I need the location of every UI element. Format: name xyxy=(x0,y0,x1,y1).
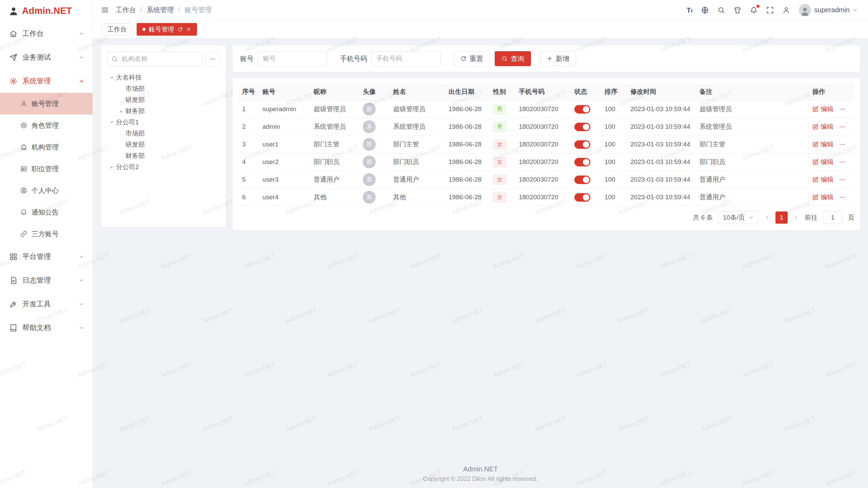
status-toggle[interactable] xyxy=(574,193,590,202)
sidebar-item-account[interactable]: 账号管理 xyxy=(0,93,93,115)
cell-nickname: 普通用户 xyxy=(310,171,359,188)
table-row: 1superadmin超级管理员超超级管理员1986-06-28男1802003… xyxy=(238,100,854,118)
tree-node[interactable]: 市场部 xyxy=(107,83,220,94)
sidebar-item-system[interactable]: 系统管理 xyxy=(0,69,93,93)
logo[interactable]: Admin.NET xyxy=(0,0,93,22)
cell-phone: 18020030720 xyxy=(515,118,570,136)
tree-node[interactable]: 财务部 xyxy=(107,150,220,161)
row-more-button[interactable] xyxy=(839,106,846,113)
edit-button[interactable]: 编辑 xyxy=(812,158,833,166)
table-row: 2admin系统管理员系系统管理员1986-06-28男180200307201… xyxy=(238,118,854,136)
tree-node[interactable]: ▾大名科技 xyxy=(107,72,220,83)
cell-phone: 18020030720 xyxy=(515,100,570,118)
menu-collapse-icon[interactable] xyxy=(101,6,109,14)
status-toggle[interactable] xyxy=(574,176,590,184)
breadcrumb-item-system[interactable]: 系统管理 xyxy=(136,5,174,15)
add-button[interactable]: 新增 xyxy=(540,51,576,66)
edit-button[interactable]: 编辑 xyxy=(812,193,833,202)
tree-node[interactable]: 研发部 xyxy=(107,94,220,105)
sidebar-item-business-test[interactable]: 业务测试 xyxy=(0,45,93,69)
sidebar-item-workbench[interactable]: 工作台 xyxy=(0,22,93,45)
user-menu[interactable]: superadmin xyxy=(799,4,858,16)
user-icon[interactable] xyxy=(783,6,790,14)
close-icon[interactable] xyxy=(186,27,191,32)
goto-page-input[interactable] xyxy=(823,211,843,224)
tab-0[interactable]: 工作台 xyxy=(102,23,133,36)
row-more-button[interactable] xyxy=(839,194,846,201)
avatar: 普 xyxy=(363,173,376,186)
font-size-icon[interactable]: Tt xyxy=(687,6,693,14)
tab-label: 工作台 xyxy=(107,25,127,34)
gender-tag: 女 xyxy=(493,192,507,202)
next-page-button[interactable] xyxy=(793,215,799,221)
link-icon xyxy=(20,230,27,237)
sidebar-item-log[interactable]: 日志管理 xyxy=(0,268,93,292)
toggle-knob xyxy=(583,124,589,130)
send-icon xyxy=(9,54,17,61)
breadcrumb: 工作台 系统管理 账号管理 xyxy=(116,5,212,15)
theme-icon[interactable] xyxy=(734,6,741,14)
row-more-button[interactable] xyxy=(839,159,846,165)
sidebar-item-role[interactable]: 角色管理 xyxy=(0,115,93,136)
tree-node[interactable]: ▸财务部 xyxy=(107,105,220,117)
edit-button[interactable]: 编辑 xyxy=(812,122,833,131)
cell-gender: 女 xyxy=(489,153,515,171)
tree-node[interactable]: ▸分公司2 xyxy=(107,161,220,172)
tree-node[interactable]: 研发部 xyxy=(107,139,220,150)
breadcrumb-item-workbench[interactable]: 工作台 xyxy=(116,5,136,15)
log-icon xyxy=(9,277,17,284)
phone-input[interactable] xyxy=(371,51,441,66)
query-label: 查询 xyxy=(511,54,524,63)
home-icon xyxy=(9,30,17,38)
edit-button[interactable]: 编辑 xyxy=(812,175,833,184)
cell-status xyxy=(570,171,600,188)
page-size-select[interactable]: 10条/页 xyxy=(718,211,758,224)
status-toggle[interactable] xyxy=(574,140,590,149)
plus-icon xyxy=(547,56,553,62)
account-input[interactable] xyxy=(258,51,327,66)
row-more-button[interactable] xyxy=(839,176,846,183)
edit-button[interactable]: 编辑 xyxy=(812,140,833,149)
tree-node[interactable]: 市场部 xyxy=(107,128,220,139)
cell-name: 普通用户 xyxy=(389,171,445,188)
refresh-icon[interactable] xyxy=(178,27,183,32)
page-number-button[interactable]: 1 xyxy=(775,211,788,224)
chevron-up-icon xyxy=(79,78,84,84)
org-tree: ▾大名科技市场部研发部▸财务部▾分公司1市场部研发部财务部▸分公司2 xyxy=(107,72,220,221)
table-row: 3user1部门主管部部门主管1986-06-28女18020030720100… xyxy=(238,136,854,153)
status-toggle[interactable] xyxy=(574,123,590,131)
cell-gender: 女 xyxy=(489,171,515,188)
status-toggle[interactable] xyxy=(574,158,590,166)
row-more-button[interactable] xyxy=(839,123,846,130)
sidebar-item-notice[interactable]: 通知公告 xyxy=(0,201,93,223)
tab-1[interactable]: 账号管理 xyxy=(137,23,197,36)
edit-icon xyxy=(812,106,818,112)
sidebar-item-platform[interactable]: 平台管理 xyxy=(0,245,93,268)
tree-node[interactable]: ▾分公司1 xyxy=(107,117,220,128)
sidebar-item-help[interactable]: 帮助文档 xyxy=(0,316,93,340)
sidebar-item-org[interactable]: 机构管理 xyxy=(0,136,93,158)
row-more-button[interactable] xyxy=(839,141,846,148)
edit-button[interactable]: 编辑 xyxy=(812,105,833,114)
cell-account: user2 xyxy=(258,153,310,171)
footer: Admin.NET Copyright © 2022 Dilon All rig… xyxy=(93,462,868,488)
sidebar-item-devtools[interactable]: 开发工具 xyxy=(0,292,93,316)
pagination-total: 共 6 条 xyxy=(693,213,713,222)
language-icon[interactable] xyxy=(701,6,709,14)
sidebar-item-profile[interactable]: 个人中心 xyxy=(0,180,93,201)
tree-more-button[interactable] xyxy=(205,52,220,66)
sidebar-item-third-account[interactable]: 三方账号 xyxy=(0,223,93,245)
chevron-down-icon xyxy=(853,7,858,13)
fullscreen-icon[interactable] xyxy=(766,6,774,14)
org-search-input[interactable] xyxy=(107,52,202,66)
sidebar-item-post[interactable]: 职位管理 xyxy=(0,158,93,180)
notification-icon[interactable] xyxy=(750,6,757,14)
reset-button[interactable]: 重置 xyxy=(454,51,490,66)
query-button[interactable]: 查询 xyxy=(495,51,531,66)
status-toggle[interactable] xyxy=(574,105,590,114)
cell-index: 2 xyxy=(238,118,258,136)
cell-nickname: 部门主管 xyxy=(310,136,359,153)
table-row: 4user2部门职员部部门职员1986-06-28女18020030720100… xyxy=(238,153,854,171)
prev-page-button[interactable] xyxy=(764,215,770,221)
search-icon[interactable] xyxy=(717,6,725,14)
